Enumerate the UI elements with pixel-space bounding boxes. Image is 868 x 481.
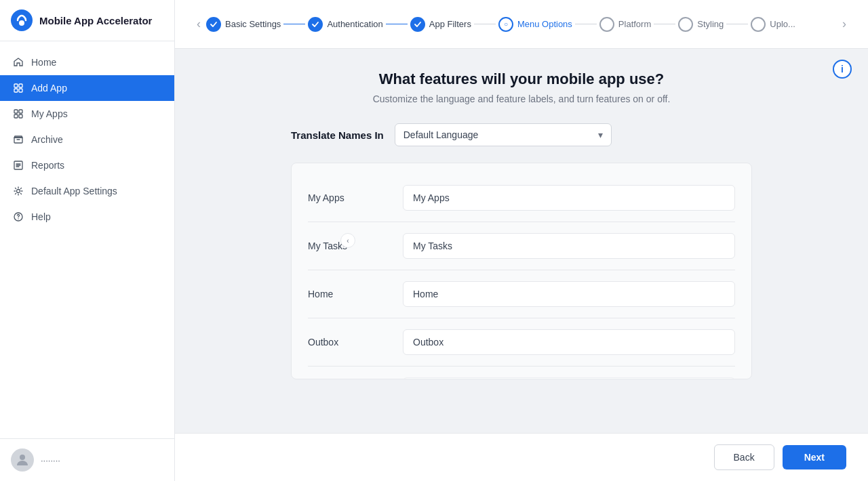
step-circle-menu-options: ○ (498, 17, 513, 32)
svg-rect-2 (14, 84, 18, 87)
page-subtitle: Customize the language and feature label… (373, 93, 671, 104)
step-circle-app-filters (410, 17, 425, 32)
step-label-basic-settings: Basic Settings (225, 19, 281, 29)
sidebar-item-my-apps-label: My Apps (31, 108, 68, 119)
step-label-app-filters: App Filters (429, 19, 471, 29)
avatar (11, 448, 34, 472)
feature-row-my-tasks: My Tasks (308, 222, 735, 270)
sidebar-item-default-app-settings[interactable]: Default App Settings (0, 178, 174, 204)
step-label-styling: Styling (697, 19, 724, 29)
step-connector-2 (386, 24, 408, 24)
wizard-step-styling[interactable]: Styling (678, 17, 724, 32)
svg-point-15 (20, 455, 25, 460)
page-body: What features will your mobile app use? … (175, 49, 868, 433)
sidebar-item-home-label: Home (31, 57, 56, 68)
feature-row-my-apps: My Apps (308, 174, 735, 222)
next-button[interactable]: Next (783, 445, 846, 469)
wizard-step-basic-settings[interactable]: Basic Settings (206, 17, 281, 32)
sidebar-item-help-label: Help (31, 211, 51, 222)
sidebar-item-add-app-label: Add App (31, 83, 67, 93)
svg-point-1 (19, 20, 24, 26)
feature-input-my-apps[interactable] (403, 185, 735, 211)
app-logo-icon (11, 9, 33, 31)
feature-row-home: Home (308, 270, 735, 318)
svg-rect-7 (19, 110, 22, 113)
page-title: What features will your mobile app use? (379, 70, 665, 88)
help-icon (12, 211, 24, 223)
step-circle-upload (751, 17, 766, 32)
step-circle-basic-settings (206, 17, 221, 32)
info-button[interactable]: i (833, 60, 852, 79)
svg-rect-6 (14, 110, 18, 113)
back-button[interactable]: Back (714, 444, 774, 470)
wizard-prev-button[interactable]: ‹ (191, 14, 206, 34)
sidebar-item-default-app-settings-label: Default App Settings (31, 186, 117, 196)
user-name: ········ (41, 455, 60, 465)
translate-label: Translate Names In (291, 129, 384, 141)
svg-point-14 (18, 218, 18, 219)
wizard-step-app-filters[interactable]: App Filters (410, 17, 471, 32)
feature-name-outbox: Outbox (308, 337, 389, 348)
language-select-value: Default Language (403, 129, 479, 140)
sidebar-app-name: Mobile App Accelerator (39, 15, 152, 26)
chevron-down-icon: ▾ (598, 129, 603, 140)
wizard-step-platform[interactable]: Platform (599, 17, 651, 32)
wizard-next-button[interactable]: › (837, 14, 852, 34)
feature-name-home: Home (308, 289, 389, 299)
step-label-menu-options: Menu Options (517, 19, 572, 29)
sidebar-item-my-apps[interactable]: My Apps (0, 101, 174, 127)
feature-input-my-tasks[interactable] (403, 233, 735, 259)
sidebar-item-archive-label: Archive (31, 134, 63, 145)
sidebar-item-archive[interactable]: Archive (0, 127, 174, 152)
feature-input-outbox[interactable] (403, 329, 735, 355)
feature-row-more: More (308, 367, 735, 379)
wizard-step-menu-options[interactable]: ○ Menu Options (498, 17, 572, 32)
settings-icon (12, 185, 24, 197)
step-connector-3 (474, 24, 496, 24)
svg-rect-4 (14, 89, 18, 92)
sidebar-item-reports-label: Reports (31, 160, 64, 171)
sidebar-header: Mobile App Accelerator (0, 0, 174, 41)
svg-rect-9 (19, 114, 22, 118)
feature-input-home[interactable] (403, 281, 735, 307)
wizard-steps: Basic Settings Authentication App Filter… (206, 17, 837, 32)
step-circle-styling (678, 17, 693, 32)
svg-rect-5 (19, 89, 22, 92)
add-app-icon (12, 82, 24, 94)
feature-table: My Apps My Tasks Home Outbox More (291, 163, 752, 379)
main-content: ‹ Basic Settings Authentication (175, 0, 868, 481)
sidebar-item-help[interactable]: Help (0, 204, 174, 230)
home-icon (12, 56, 24, 68)
translate-row: Translate Names In Default Language ▾ (291, 123, 752, 146)
sidebar-item-home[interactable]: Home (0, 49, 174, 75)
step-label-upload: Uplo... (770, 19, 795, 29)
step-label-authentication: Authentication (327, 19, 382, 29)
sidebar: Mobile App Accelerator Home Add App My A… (0, 0, 175, 481)
wizard-header: ‹ Basic Settings Authentication (175, 0, 868, 49)
svg-rect-8 (14, 114, 18, 118)
feature-name-my-apps: My Apps (308, 192, 389, 203)
sidebar-footer: ········ (0, 438, 174, 481)
feature-row-outbox: Outbox (308, 318, 735, 367)
svg-rect-3 (19, 84, 22, 87)
step-circle-platform (599, 17, 614, 32)
step-label-platform: Platform (618, 19, 651, 29)
page-footer: Back Next (175, 433, 868, 481)
sidebar-nav: Home Add App My Apps Archive (0, 41, 174, 438)
step-connector-6 (726, 24, 748, 24)
step-connector-4 (575, 24, 597, 24)
archive-icon (12, 133, 24, 146)
step-connector-5 (654, 24, 675, 24)
wizard-step-upload[interactable]: Uplo... (751, 17, 795, 32)
my-apps-icon (12, 108, 24, 120)
wizard-step-authentication[interactable]: Authentication (308, 17, 382, 32)
svg-rect-10 (14, 138, 22, 143)
feature-input-more[interactable] (403, 377, 735, 379)
sidebar-item-reports[interactable]: Reports (0, 152, 174, 178)
step-circle-authentication (308, 17, 323, 32)
sidebar-collapse-button[interactable]: ‹ (340, 233, 355, 248)
language-select[interactable]: Default Language ▾ (395, 123, 612, 146)
svg-point-12 (17, 190, 20, 193)
step-connector-1 (283, 24, 305, 24)
sidebar-item-add-app[interactable]: Add App (0, 75, 174, 101)
